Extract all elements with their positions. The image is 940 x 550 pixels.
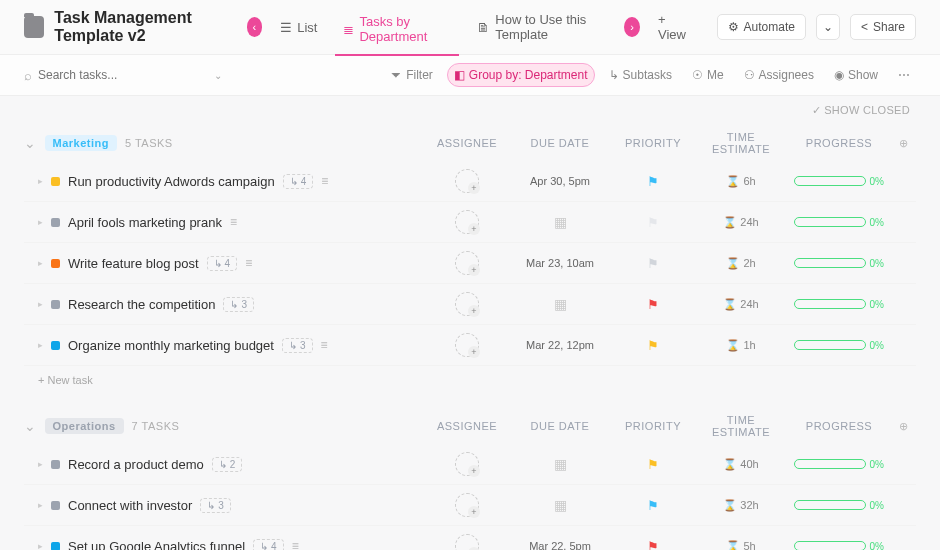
description-icon[interactable]: ≡	[321, 174, 328, 188]
priority-cell[interactable]: ⚑	[618, 174, 688, 189]
add-column-button[interactable]: ⊕	[892, 420, 916, 433]
share-button[interactable]: <Share	[850, 14, 916, 40]
priority-cell[interactable]: ⚑	[618, 215, 688, 230]
collapse-icon[interactable]: ⌄	[24, 418, 37, 434]
view-tab-howto[interactable]: 🗎How to Use this Template	[469, 8, 614, 46]
time-estimate-cell[interactable]: ⌛5h	[696, 540, 786, 551]
priority-cell[interactable]: ⚑	[618, 539, 688, 551]
subtask-count[interactable]: ↳4	[207, 256, 238, 271]
assignee-add[interactable]	[455, 333, 479, 357]
priority-cell[interactable]: ⚑	[618, 256, 688, 271]
status-indicator[interactable]	[51, 341, 60, 350]
assignee-add[interactable]	[455, 452, 479, 476]
expand-icon[interactable]: ▸	[38, 217, 43, 227]
subtask-count[interactable]: ↳3	[223, 297, 254, 312]
assignee-add[interactable]	[455, 169, 479, 193]
time-estimate-cell[interactable]: ⌛6h	[696, 175, 786, 188]
subtask-count[interactable]: ↳4	[253, 539, 284, 551]
due-date-cell[interactable]: Apr 30, 5pm	[510, 175, 610, 187]
progress-cell[interactable]: 0%	[794, 541, 884, 551]
nav-prev-button[interactable]: ‹	[247, 17, 263, 37]
priority-cell[interactable]: ⚑	[618, 498, 688, 513]
group-by-button[interactable]: ◧Group by: Department	[447, 63, 595, 87]
assignee-add[interactable]	[455, 292, 479, 316]
assignee-add[interactable]	[455, 534, 479, 550]
status-indicator[interactable]	[51, 542, 60, 551]
time-estimate-cell[interactable]: ⌛32h	[696, 499, 786, 512]
expand-icon[interactable]: ▸	[38, 176, 43, 186]
status-indicator[interactable]	[51, 259, 60, 268]
show-button[interactable]: ◉Show	[828, 64, 884, 86]
expand-icon[interactable]: ▸	[38, 299, 43, 309]
expand-icon[interactable]: ▸	[38, 459, 43, 469]
expand-icon[interactable]: ▸	[38, 541, 43, 550]
collapse-icon[interactable]: ⌄	[24, 135, 37, 151]
assignees-button[interactable]: ⚇Assignees	[738, 64, 820, 86]
time-estimate-cell[interactable]: ⌛2h	[696, 257, 786, 270]
due-date-cell[interactable]: ▦	[510, 296, 610, 312]
filter-button[interactable]: ⏷Filter	[384, 64, 439, 86]
view-tab-tasks-by-department[interactable]: ≣Tasks by Department	[335, 10, 459, 56]
due-date-cell[interactable]: Mar 22, 5pm	[510, 540, 610, 550]
more-menu-button[interactable]: ⋯	[892, 64, 916, 86]
automate-dropdown[interactable]: ⌄	[816, 14, 840, 40]
task-row[interactable]: ▸Connect with investor↳3▦⚑⌛32h0%	[24, 485, 916, 526]
progress-cell[interactable]: 0%	[794, 500, 884, 511]
search-dropdown[interactable]: ⌄	[214, 70, 222, 81]
progress-cell[interactable]: 0%	[794, 340, 884, 351]
expand-icon[interactable]: ▸	[38, 258, 43, 268]
progress-cell[interactable]: 0%	[794, 176, 884, 187]
task-row[interactable]: ▸Organize monthly marketing budget↳3≡Mar…	[24, 325, 916, 366]
description-icon[interactable]: ≡	[321, 338, 328, 352]
description-icon[interactable]: ≡	[230, 215, 237, 229]
subtask-count[interactable]: ↳4	[283, 174, 314, 189]
task-row[interactable]: ▸Run productivity Adwords campaign↳4≡Apr…	[24, 161, 916, 202]
status-indicator[interactable]	[51, 300, 60, 309]
priority-cell[interactable]: ⚑	[618, 297, 688, 312]
status-indicator[interactable]	[51, 460, 60, 469]
subtask-count[interactable]: ↳3	[282, 338, 313, 353]
task-row[interactable]: ▸Set up Google Analytics funnel↳4≡Mar 22…	[24, 526, 916, 550]
assignee-add[interactable]	[455, 251, 479, 275]
new-task-button[interactable]: + New task	[24, 366, 916, 394]
time-estimate-cell[interactable]: ⌛40h	[696, 458, 786, 471]
task-row[interactable]: ▸Record a product demo↳2▦⚑⌛40h0%	[24, 444, 916, 485]
search-input[interactable]	[38, 68, 158, 82]
group-tag[interactable]: Operations	[45, 418, 124, 434]
assignee-add[interactable]	[455, 493, 479, 517]
expand-icon[interactable]: ▸	[38, 500, 43, 510]
due-date-cell[interactable]: ▦	[510, 214, 610, 230]
subtask-count[interactable]: ↳2	[212, 457, 243, 472]
time-estimate-cell[interactable]: ⌛1h	[696, 339, 786, 352]
add-column-button[interactable]: ⊕	[892, 137, 916, 150]
me-button[interactable]: ☉Me	[686, 64, 730, 86]
description-icon[interactable]: ≡	[245, 256, 252, 270]
automate-button[interactable]: ⚙Automate	[717, 14, 806, 40]
nav-next-button[interactable]: ›	[624, 17, 640, 37]
view-tab-list[interactable]: ☰List	[272, 16, 325, 39]
progress-cell[interactable]: 0%	[794, 459, 884, 470]
due-date-cell[interactable]: Mar 22, 12pm	[510, 339, 610, 351]
due-date-cell[interactable]: ▦	[510, 456, 610, 472]
priority-cell[interactable]: ⚑	[618, 338, 688, 353]
description-icon[interactable]: ≡	[292, 539, 299, 550]
time-estimate-cell[interactable]: ⌛24h	[696, 216, 786, 229]
priority-cell[interactable]: ⚑	[618, 457, 688, 472]
due-date-cell[interactable]: ▦	[510, 497, 610, 513]
status-indicator[interactable]	[51, 177, 60, 186]
progress-cell[interactable]: 0%	[794, 299, 884, 310]
expand-icon[interactable]: ▸	[38, 340, 43, 350]
show-closed-toggle[interactable]: ✓ SHOW CLOSED	[0, 96, 940, 125]
add-view-button[interactable]: + View	[650, 8, 697, 46]
progress-cell[interactable]: 0%	[794, 258, 884, 269]
status-indicator[interactable]	[51, 218, 60, 227]
task-row[interactable]: ▸April fools marketing prank≡▦⚑⌛24h0%	[24, 202, 916, 243]
subtasks-button[interactable]: ↳Subtasks	[603, 64, 678, 86]
assignee-add[interactable]	[455, 210, 479, 234]
task-row[interactable]: ▸Write feature blog post↳4≡Mar 23, 10am⚑…	[24, 243, 916, 284]
due-date-cell[interactable]: Mar 23, 10am	[510, 257, 610, 269]
group-tag[interactable]: Marketing	[45, 135, 117, 151]
status-indicator[interactable]	[51, 501, 60, 510]
progress-cell[interactable]: 0%	[794, 217, 884, 228]
task-row[interactable]: ▸Research the competition↳3▦⚑⌛24h0%	[24, 284, 916, 325]
